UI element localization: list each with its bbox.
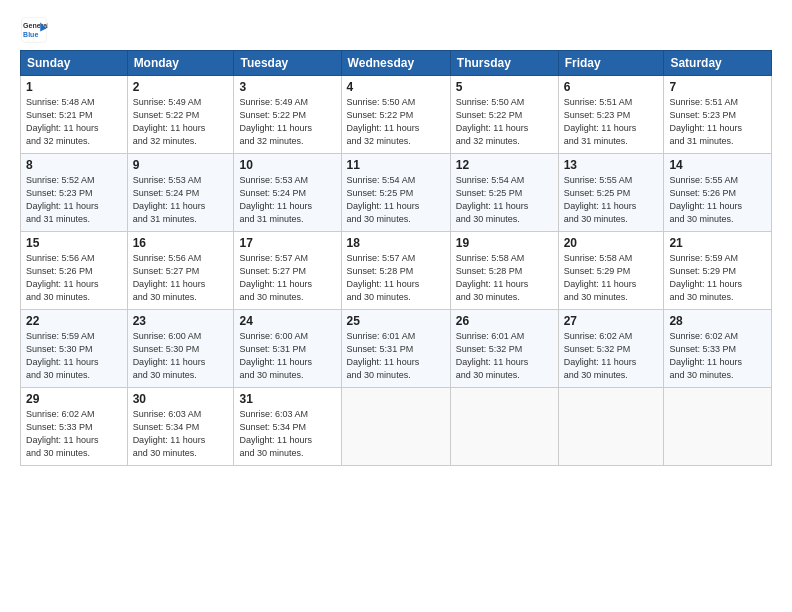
day-header-tuesday: Tuesday — [234, 51, 341, 76]
day-cell: 29Sunrise: 6:02 AM Sunset: 5:33 PM Dayli… — [21, 388, 128, 466]
day-number: 28 — [669, 314, 766, 328]
day-info: Sunrise: 5:50 AM Sunset: 5:22 PM Dayligh… — [347, 96, 445, 148]
day-info: Sunrise: 5:59 AM Sunset: 5:30 PM Dayligh… — [26, 330, 122, 382]
day-cell: 2Sunrise: 5:49 AM Sunset: 5:22 PM Daylig… — [127, 76, 234, 154]
day-info: Sunrise: 5:56 AM Sunset: 5:27 PM Dayligh… — [133, 252, 229, 304]
day-header-wednesday: Wednesday — [341, 51, 450, 76]
day-info: Sunrise: 6:01 AM Sunset: 5:31 PM Dayligh… — [347, 330, 445, 382]
day-number: 4 — [347, 80, 445, 94]
day-number: 7 — [669, 80, 766, 94]
day-info: Sunrise: 5:51 AM Sunset: 5:23 PM Dayligh… — [564, 96, 659, 148]
day-cell: 13Sunrise: 5:55 AM Sunset: 5:25 PM Dayli… — [558, 154, 664, 232]
day-number: 21 — [669, 236, 766, 250]
day-info: Sunrise: 6:02 AM Sunset: 5:33 PM Dayligh… — [26, 408, 122, 460]
day-number: 14 — [669, 158, 766, 172]
day-number: 27 — [564, 314, 659, 328]
day-info: Sunrise: 5:55 AM Sunset: 5:25 PM Dayligh… — [564, 174, 659, 226]
day-header-thursday: Thursday — [450, 51, 558, 76]
day-number: 18 — [347, 236, 445, 250]
day-number: 15 — [26, 236, 122, 250]
day-header-saturday: Saturday — [664, 51, 772, 76]
day-info: Sunrise: 6:00 AM Sunset: 5:30 PM Dayligh… — [133, 330, 229, 382]
day-cell: 22Sunrise: 5:59 AM Sunset: 5:30 PM Dayli… — [21, 310, 128, 388]
day-cell: 20Sunrise: 5:58 AM Sunset: 5:29 PM Dayli… — [558, 232, 664, 310]
day-cell: 9Sunrise: 5:53 AM Sunset: 5:24 PM Daylig… — [127, 154, 234, 232]
day-header-friday: Friday — [558, 51, 664, 76]
day-number: 6 — [564, 80, 659, 94]
day-info: Sunrise: 5:54 AM Sunset: 5:25 PM Dayligh… — [456, 174, 553, 226]
day-cell — [558, 388, 664, 466]
day-info: Sunrise: 5:58 AM Sunset: 5:28 PM Dayligh… — [456, 252, 553, 304]
day-info: Sunrise: 5:57 AM Sunset: 5:28 PM Dayligh… — [347, 252, 445, 304]
day-number: 26 — [456, 314, 553, 328]
day-cell: 26Sunrise: 6:01 AM Sunset: 5:32 PM Dayli… — [450, 310, 558, 388]
day-info: Sunrise: 5:50 AM Sunset: 5:22 PM Dayligh… — [456, 96, 553, 148]
day-cell: 12Sunrise: 5:54 AM Sunset: 5:25 PM Dayli… — [450, 154, 558, 232]
day-number: 30 — [133, 392, 229, 406]
day-info: Sunrise: 5:56 AM Sunset: 5:26 PM Dayligh… — [26, 252, 122, 304]
day-info: Sunrise: 5:55 AM Sunset: 5:26 PM Dayligh… — [669, 174, 766, 226]
day-number: 12 — [456, 158, 553, 172]
day-cell: 7Sunrise: 5:51 AM Sunset: 5:23 PM Daylig… — [664, 76, 772, 154]
day-number: 5 — [456, 80, 553, 94]
day-cell: 4Sunrise: 5:50 AM Sunset: 5:22 PM Daylig… — [341, 76, 450, 154]
week-row-1: 1Sunrise: 5:48 AM Sunset: 5:21 PM Daylig… — [21, 76, 772, 154]
day-number: 25 — [347, 314, 445, 328]
day-cell: 30Sunrise: 6:03 AM Sunset: 5:34 PM Dayli… — [127, 388, 234, 466]
day-cell: 31Sunrise: 6:03 AM Sunset: 5:34 PM Dayli… — [234, 388, 341, 466]
day-info: Sunrise: 5:49 AM Sunset: 5:22 PM Dayligh… — [133, 96, 229, 148]
day-info: Sunrise: 5:52 AM Sunset: 5:23 PM Dayligh… — [26, 174, 122, 226]
day-number: 1 — [26, 80, 122, 94]
day-cell: 18Sunrise: 5:57 AM Sunset: 5:28 PM Dayli… — [341, 232, 450, 310]
logo-icon: General Blue — [20, 16, 48, 44]
day-info: Sunrise: 5:53 AM Sunset: 5:24 PM Dayligh… — [133, 174, 229, 226]
day-number: 23 — [133, 314, 229, 328]
day-cell: 8Sunrise: 5:52 AM Sunset: 5:23 PM Daylig… — [21, 154, 128, 232]
day-number: 13 — [564, 158, 659, 172]
day-cell — [341, 388, 450, 466]
day-cell: 11Sunrise: 5:54 AM Sunset: 5:25 PM Dayli… — [341, 154, 450, 232]
day-cell — [664, 388, 772, 466]
week-row-5: 29Sunrise: 6:02 AM Sunset: 5:33 PM Dayli… — [21, 388, 772, 466]
day-info: Sunrise: 5:57 AM Sunset: 5:27 PM Dayligh… — [239, 252, 335, 304]
day-cell — [450, 388, 558, 466]
day-header-sunday: Sunday — [21, 51, 128, 76]
day-info: Sunrise: 6:00 AM Sunset: 5:31 PM Dayligh… — [239, 330, 335, 382]
day-info: Sunrise: 5:54 AM Sunset: 5:25 PM Dayligh… — [347, 174, 445, 226]
day-info: Sunrise: 6:03 AM Sunset: 5:34 PM Dayligh… — [133, 408, 229, 460]
day-info: Sunrise: 6:01 AM Sunset: 5:32 PM Dayligh… — [456, 330, 553, 382]
day-number: 29 — [26, 392, 122, 406]
week-row-3: 15Sunrise: 5:56 AM Sunset: 5:26 PM Dayli… — [21, 232, 772, 310]
day-cell: 27Sunrise: 6:02 AM Sunset: 5:32 PM Dayli… — [558, 310, 664, 388]
day-cell: 24Sunrise: 6:00 AM Sunset: 5:31 PM Dayli… — [234, 310, 341, 388]
day-number: 16 — [133, 236, 229, 250]
day-cell: 15Sunrise: 5:56 AM Sunset: 5:26 PM Dayli… — [21, 232, 128, 310]
header: General Blue — [20, 16, 772, 44]
day-info: Sunrise: 5:48 AM Sunset: 5:21 PM Dayligh… — [26, 96, 122, 148]
day-number: 2 — [133, 80, 229, 94]
day-number: 17 — [239, 236, 335, 250]
day-number: 19 — [456, 236, 553, 250]
day-info: Sunrise: 5:53 AM Sunset: 5:24 PM Dayligh… — [239, 174, 335, 226]
day-number: 9 — [133, 158, 229, 172]
day-cell: 25Sunrise: 6:01 AM Sunset: 5:31 PM Dayli… — [341, 310, 450, 388]
day-info: Sunrise: 5:51 AM Sunset: 5:23 PM Dayligh… — [669, 96, 766, 148]
day-info: Sunrise: 5:59 AM Sunset: 5:29 PM Dayligh… — [669, 252, 766, 304]
header-row: SundayMondayTuesdayWednesdayThursdayFrid… — [21, 51, 772, 76]
day-number: 20 — [564, 236, 659, 250]
day-cell: 5Sunrise: 5:50 AM Sunset: 5:22 PM Daylig… — [450, 76, 558, 154]
week-row-4: 22Sunrise: 5:59 AM Sunset: 5:30 PM Dayli… — [21, 310, 772, 388]
page: General Blue SundayMondayTuesdayWednesda… — [0, 0, 792, 476]
day-cell: 23Sunrise: 6:00 AM Sunset: 5:30 PM Dayli… — [127, 310, 234, 388]
day-cell: 14Sunrise: 5:55 AM Sunset: 5:26 PM Dayli… — [664, 154, 772, 232]
day-number: 10 — [239, 158, 335, 172]
calendar: SundayMondayTuesdayWednesdayThursdayFrid… — [20, 50, 772, 466]
day-number: 24 — [239, 314, 335, 328]
day-cell: 10Sunrise: 5:53 AM Sunset: 5:24 PM Dayli… — [234, 154, 341, 232]
day-number: 8 — [26, 158, 122, 172]
day-cell: 3Sunrise: 5:49 AM Sunset: 5:22 PM Daylig… — [234, 76, 341, 154]
day-cell: 17Sunrise: 5:57 AM Sunset: 5:27 PM Dayli… — [234, 232, 341, 310]
day-header-monday: Monday — [127, 51, 234, 76]
day-cell: 28Sunrise: 6:02 AM Sunset: 5:33 PM Dayli… — [664, 310, 772, 388]
day-info: Sunrise: 5:49 AM Sunset: 5:22 PM Dayligh… — [239, 96, 335, 148]
